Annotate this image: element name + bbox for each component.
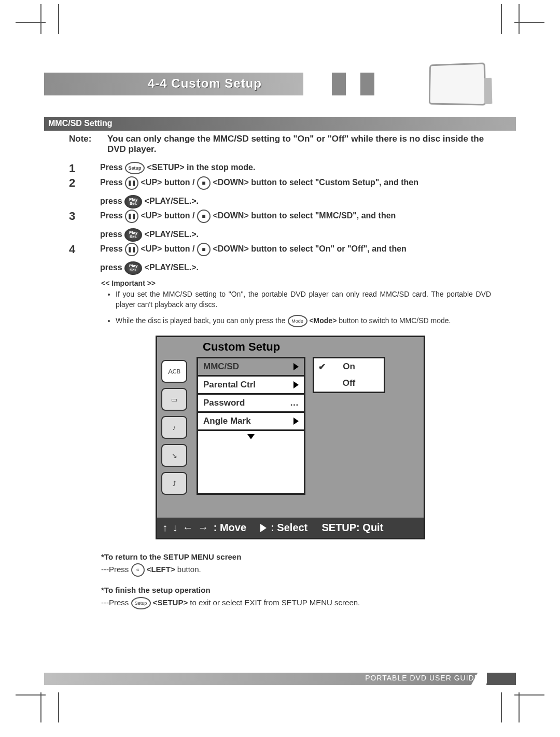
step-text: Press (100, 211, 123, 220)
osd-menu-list: MMC/SD Parental Ctrl Password… Angle Mar… (197, 357, 305, 495)
step-3: 3 Press ❚❚ <UP> button / ■ <DOWN> button… (69, 210, 491, 242)
step-text: <PLAY/SEL.>. (145, 263, 199, 272)
audio-icon: ♪ (161, 416, 187, 439)
finish-body: ---Press Setup <SETUP> to exit or select… (101, 596, 491, 609)
play-sel-button-icon: PlaySel. (124, 228, 142, 242)
step-text: Press (100, 163, 123, 172)
step-1: 1 Press Setup <SETUP> in the stop mode. (69, 162, 491, 175)
osd-panel: Custom Setup ACB ▭ ♪ ↘ ⤴ MMC/SD Parental… (156, 336, 425, 539)
step-2: 2 Press ❚❚ <UP> button / ■ <DOWN> button… (69, 176, 491, 208)
step-text: <UP> button / (141, 244, 195, 253)
osd-category-icons: ACB ▭ ♪ ↘ ⤴ (161, 357, 193, 495)
select-arrow-icon (260, 524, 267, 532)
step-text: press (100, 263, 122, 272)
step-4: 4 Press ❚❚ <UP> button / ■ <DOWN> button… (69, 243, 491, 275)
return-body: ---Press « <LEFT> button. (101, 563, 491, 577)
step-text: <PLAY/SEL.>. (145, 230, 199, 239)
note-text: You can only change the MMC/SD setting t… (107, 134, 491, 155)
custom-icon: ↘ (161, 444, 187, 467)
step-number: 2 (69, 176, 100, 190)
section-heading: MMC/SD Setting (44, 117, 516, 131)
arrow-right-icon (293, 381, 299, 388)
footer-select: : Select (271, 522, 307, 534)
osd-value-list: On Off (313, 357, 385, 393)
setup-button-icon: Setup (125, 162, 145, 174)
return-title: *To return to the SETUP MENU screen (101, 551, 491, 563)
osd-value-item: On (314, 358, 384, 375)
step-text: <DOWN> button to select "Custom Setup", … (213, 178, 418, 187)
important-item: If you set the MMC/SD setting to "On", t… (116, 289, 491, 310)
setup-button-icon: Setup (131, 597, 151, 609)
mode-button-icon: Mode (288, 315, 307, 327)
down-button-icon: ■ (197, 176, 211, 190)
step-body: Press ❚❚ <UP> button / ■ <DOWN> button t… (100, 243, 491, 275)
step-text: Press (100, 244, 123, 253)
left-button-icon: « (131, 563, 145, 577)
down-button-icon: ■ (197, 243, 211, 256)
up-button-icon: ❚❚ (125, 243, 138, 256)
osd-menu-item: Password… (198, 395, 304, 413)
footer-guide-text: PORTABLE DVD USER GUIDE (365, 674, 480, 682)
page-footer: PORTABLE DVD USER GUIDE 31 (44, 673, 516, 685)
arrow-right-icon (293, 363, 299, 370)
step-text: Press (100, 178, 123, 187)
page-content: 4-4 Custom Setup Setup MMC/SD Setting No… (44, 73, 516, 685)
screen-icon: ▭ (161, 388, 187, 411)
note-row: Note: You can only change the MMC/SD set… (44, 134, 516, 155)
down-button-icon: ■ (197, 210, 211, 223)
important-item: While the disc is played back, you can o… (116, 315, 491, 327)
osd-menu-scroll (198, 431, 304, 442)
post-notes: *To return to the SETUP MENU screen ---P… (101, 551, 491, 609)
step-body: Press ❚❚ <UP> button / ■ <DOWN> button t… (100, 210, 491, 242)
osd-value-item: Off (314, 375, 384, 392)
step-text: <UP> button / (141, 178, 195, 187)
nav-arrows-icon: ↑ ↓ ← → (162, 522, 209, 534)
osd-menu-item: Parental Ctrl (198, 377, 304, 395)
footer-page-number: 31 (497, 674, 506, 683)
step-text: press (100, 197, 122, 205)
step-body: Press Setup <SETUP> in the stop mode. (100, 162, 491, 174)
play-sel-button-icon: PlaySel. (124, 261, 142, 275)
device-illustration (429, 63, 486, 106)
important-heading: << Important >> (101, 279, 491, 287)
finish-title: *To finish the setup operation (101, 584, 491, 596)
osd-footer: ↑ ↓ ← → : Move : Select SETUP: Quit (157, 518, 424, 538)
step-text: <UP> button / (141, 211, 195, 220)
arrow-down-icon (247, 434, 255, 439)
arrow-right-icon (293, 418, 299, 425)
header-title: 4-4 Custom Setup (148, 76, 262, 91)
exit-icon: ⤴ (161, 472, 187, 495)
osd-menu-item: Angle Mark (198, 413, 304, 431)
note-label: Note: (69, 134, 107, 155)
lang-icon: ACB (161, 360, 187, 383)
step-text: press (100, 230, 122, 239)
play-sel-button-icon: PlaySel. (124, 195, 142, 208)
step-text: <PLAY/SEL.>. (145, 197, 199, 205)
step-text: <DOWN> button to select "On" or "Off", a… (213, 244, 406, 253)
step-number: 4 (69, 243, 100, 256)
footer-move: : Move (214, 522, 246, 534)
step-number: 3 (69, 210, 100, 223)
up-button-icon: ❚❚ (125, 176, 138, 190)
step-number: 1 (69, 162, 100, 175)
step-text: <DOWN> button to select "MMC/SD", and th… (213, 211, 396, 220)
footer-quit: SETUP: Quit (321, 522, 383, 534)
header-bar: 4-4 Custom Setup Setup (44, 73, 516, 95)
important-block: << Important >> If you set the MMC/SD se… (101, 279, 491, 327)
step-body: Press ❚❚ <UP> button / ■ <DOWN> button t… (100, 176, 491, 208)
osd-title: Custom Setup (157, 337, 424, 357)
up-button-icon: ❚❚ (125, 210, 138, 223)
step-text: <SETUP> in the stop mode. (147, 163, 256, 172)
steps-list: 1 Press Setup <SETUP> in the stop mode. … (44, 162, 516, 275)
osd-menu-item: MMC/SD (198, 358, 304, 377)
